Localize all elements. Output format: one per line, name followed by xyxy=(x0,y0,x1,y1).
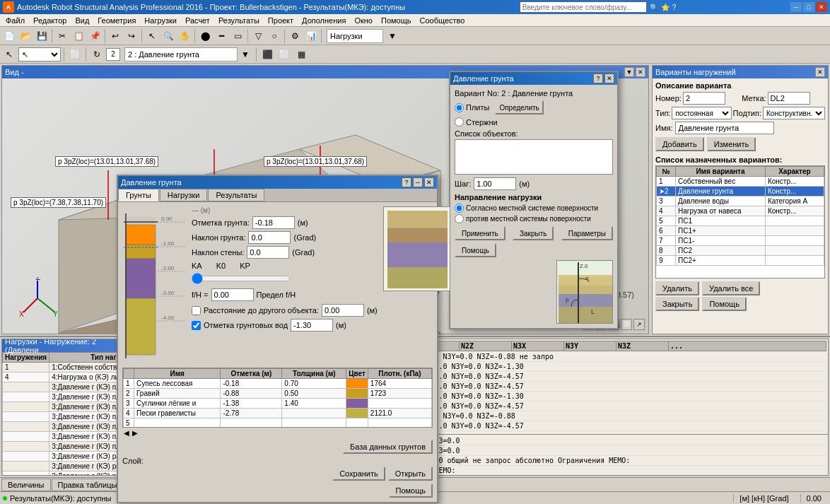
vod-input[interactable] xyxy=(291,319,333,332)
help-dialog-button[interactable]: Помощь xyxy=(455,243,496,257)
nav-arrow[interactable]: ↗ xyxy=(633,319,645,330)
soil-row[interactable]: 2 Гравий -0.88 0.50 1723 xyxy=(124,389,432,399)
params-button[interactable]: Параметры xyxy=(561,226,613,240)
lv-imya-input[interactable] xyxy=(675,122,774,134)
tab-grunty[interactable]: Грунты xyxy=(118,189,159,201)
menu-view[interactable]: Вид xyxy=(71,14,93,27)
menu-help[interactable]: Помощь xyxy=(377,14,416,27)
menu-window[interactable]: Окно xyxy=(350,14,377,27)
load-type-dropdown[interactable]: Нагрузки xyxy=(327,29,383,43)
paste-button[interactable]: 📌 xyxy=(87,28,103,44)
radio-dir-soglas[interactable] xyxy=(455,204,464,213)
view-select[interactable]: ↖ xyxy=(18,47,61,61)
radio-sterzhni[interactable] xyxy=(455,117,464,127)
lv-delete-all-button[interactable]: Удалить все xyxy=(702,281,760,295)
lv-help-button[interactable]: Помощь xyxy=(702,297,747,311)
soil-small-help-icon[interactable]: ? xyxy=(593,74,603,83)
lv-add-button[interactable]: Добавить xyxy=(655,137,704,151)
menu-community[interactable]: Сообщество xyxy=(415,14,469,27)
icon3-button[interactable]: ▦ xyxy=(293,47,309,62)
undo-button[interactable]: ↩ xyxy=(107,28,123,44)
soil-small-close-icon[interactable]: ✕ xyxy=(604,74,614,83)
lv-row[interactable]: 8 ПС2 xyxy=(657,246,824,256)
define-button[interactable]: Определить xyxy=(495,100,543,115)
new-button[interactable]: 📄 xyxy=(1,28,17,44)
apply-button[interactable]: Применить xyxy=(455,226,505,240)
lv-row[interactable]: 3 Давление воды Категория А xyxy=(657,197,824,206)
rotate-button[interactable]: ↻ xyxy=(89,47,105,62)
maximize-button[interactable]: □ xyxy=(803,2,814,12)
menu-loads[interactable]: Нагрузки xyxy=(140,14,181,27)
lv-close-button[interactable]: Закрыть xyxy=(655,297,699,311)
otmetka-input[interactable] xyxy=(252,216,295,229)
radio-plity[interactable] xyxy=(455,103,464,112)
node-button[interactable]: ⬤ xyxy=(197,28,213,44)
pointer-button[interactable]: ↖ xyxy=(1,47,17,62)
tab-values[interactable]: Величины xyxy=(1,479,51,491)
soil-main-min-icon[interactable]: ─ xyxy=(413,177,423,187)
fh-input[interactable] xyxy=(211,288,254,301)
lv-delete-button[interactable]: Удалить xyxy=(655,281,699,295)
naklon-grunta-input[interactable] xyxy=(248,231,291,244)
lv-row[interactable]: 9 ПС2+ xyxy=(657,256,824,266)
lv-nomer-input[interactable] xyxy=(683,92,725,105)
soil-row[interactable]: 4 Пески гравелисты -2.78 2121.0 xyxy=(124,409,432,418)
lv-row[interactable]: 6 ПС1+ xyxy=(657,226,824,236)
tab-nagruzki[interactable]: Нагрузки xyxy=(160,189,208,201)
kp-slider[interactable] xyxy=(192,273,291,284)
lv-panel-close[interactable]: ✕ xyxy=(815,67,825,77)
view3d-button[interactable]: ⬜ xyxy=(67,47,83,62)
lv-row-selected[interactable]: ➤2 Давление грунта Констр... xyxy=(657,187,824,197)
help-icon[interactable]: ? xyxy=(672,4,677,11)
lv-podtip-select[interactable]: Конструктивн. xyxy=(763,107,825,119)
copy-button[interactable]: 📋 xyxy=(71,28,86,44)
soil-row[interactable]: 3 Суглинки лёгкие и -1.38 1.40 xyxy=(124,399,432,409)
minimize-button[interactable]: ─ xyxy=(790,2,802,12)
icon2-button[interactable]: ⬜ xyxy=(276,47,292,62)
close-button[interactable]: ✕ xyxy=(816,2,827,12)
panel-close-icon[interactable]: ✕ xyxy=(636,67,645,77)
search-icon[interactable]: 🔍 xyxy=(650,4,658,11)
menu-extras[interactable]: Дополнения xyxy=(298,14,350,27)
open-soil-button[interactable]: Открыть xyxy=(388,467,433,481)
search-input[interactable] xyxy=(520,1,647,13)
menu-calc[interactable]: Расчет xyxy=(181,14,214,27)
rasstoyaniye-input[interactable] xyxy=(322,304,364,317)
radio-dir-protiv[interactable] xyxy=(455,214,464,223)
tab-table-edit[interactable]: Правка таблицы xyxy=(52,479,124,491)
open-button[interactable]: 📂 xyxy=(18,28,33,44)
close-dialog-button[interactable]: Закрыть xyxy=(513,226,554,240)
tab-rezultaty[interactable]: Результаты xyxy=(208,189,264,201)
lv-change-button[interactable]: Изменить xyxy=(707,137,756,151)
variant-arrow[interactable]: ▼ xyxy=(238,47,253,62)
vod-check[interactable] xyxy=(192,321,201,330)
lv-tip-select[interactable]: постоянная xyxy=(672,107,731,119)
soil-main-help-icon[interactable]: ? xyxy=(402,177,411,187)
db-button[interactable]: База данных грунтов xyxy=(343,440,433,454)
soil-main-close-icon[interactable]: ✕ xyxy=(424,177,434,187)
save-button[interactable]: 💾 xyxy=(34,28,49,44)
nav-expand[interactable]: ⬜ xyxy=(621,319,632,330)
lv-metka-input[interactable] xyxy=(768,92,810,105)
rasstoyaniye-check[interactable] xyxy=(192,306,201,315)
lv-row[interactable]: 4 Нагрузка от навеса Констр... xyxy=(657,206,824,216)
soil-row[interactable]: 1 Супесь лессовая -0.18 0.70 1764 xyxy=(124,379,432,389)
result-button[interactable]: 📊 xyxy=(303,28,319,44)
dropdown-arrow[interactable]: ▼ xyxy=(385,28,400,44)
calc-button[interactable]: ⚙ xyxy=(287,28,303,44)
zoom-button[interactable]: 🔍 xyxy=(160,28,176,44)
menu-editor[interactable]: Редактор xyxy=(29,14,71,27)
select-button[interactable]: ↖ xyxy=(144,28,160,44)
menu-results[interactable]: Результаты xyxy=(214,14,264,27)
pan-button[interactable]: ✋ xyxy=(177,28,192,44)
lv-row[interactable]: 5 ПС1 xyxy=(657,216,824,226)
lv-row[interactable]: 7 ПС1- xyxy=(657,236,824,246)
naklon-steny-input[interactable] xyxy=(247,246,289,259)
star-icon[interactable]: ⭐ xyxy=(661,4,670,11)
soil-row[interactable]: 5 xyxy=(124,418,432,428)
list-objects-area[interactable] xyxy=(455,139,613,175)
shag-input[interactable] xyxy=(474,177,516,190)
release-button[interactable]: ○ xyxy=(267,28,282,44)
help-soil-button[interactable]: Помощь xyxy=(389,484,433,498)
save-soil-button[interactable]: Сохранить xyxy=(332,467,385,481)
